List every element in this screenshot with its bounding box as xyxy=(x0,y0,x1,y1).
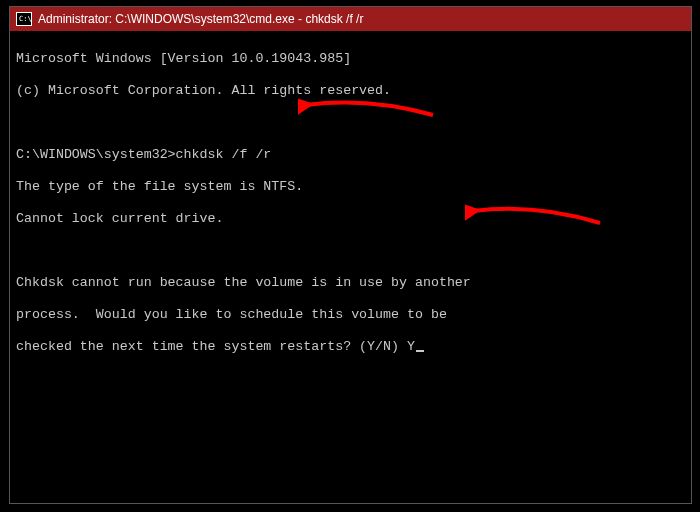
terminal-line: (c) Microsoft Corporation. All rights re… xyxy=(16,83,685,99)
terminal-line: Cannot lock current drive. xyxy=(16,211,685,227)
terminal-blank xyxy=(16,243,685,259)
prompt-question: checked the next time the system restart… xyxy=(16,339,407,354)
command-text: chkdsk /f /r xyxy=(176,147,272,162)
cmd-icon-text: C:\ xyxy=(19,16,32,23)
terminal-line: process. Would you like to schedule this… xyxy=(16,307,685,323)
window-title: Administrator: C:\WINDOWS\system32\cmd.e… xyxy=(38,12,363,26)
terminal-area[interactable]: Microsoft Windows [Version 10.0.19043.98… xyxy=(10,31,691,503)
terminal-command-line: C:\WINDOWS\system32>chkdsk /f /r xyxy=(16,147,685,163)
cmd-window: C:\ Administrator: C:\WINDOWS\system32\c… xyxy=(9,6,692,504)
user-input[interactable]: Y xyxy=(407,339,415,354)
terminal-line: Microsoft Windows [Version 10.0.19043.98… xyxy=(16,51,685,67)
terminal-line: The type of the file system is NTFS. xyxy=(16,179,685,195)
cmd-icon: C:\ xyxy=(16,12,32,26)
terminal-line: Chkdsk cannot run because the volume is … xyxy=(16,275,685,291)
terminal-blank xyxy=(16,115,685,131)
titlebar[interactable]: C:\ Administrator: C:\WINDOWS\system32\c… xyxy=(10,7,691,31)
cursor xyxy=(416,350,424,352)
terminal-input-line: checked the next time the system restart… xyxy=(16,339,685,355)
prompt-text: C:\WINDOWS\system32> xyxy=(16,147,176,162)
